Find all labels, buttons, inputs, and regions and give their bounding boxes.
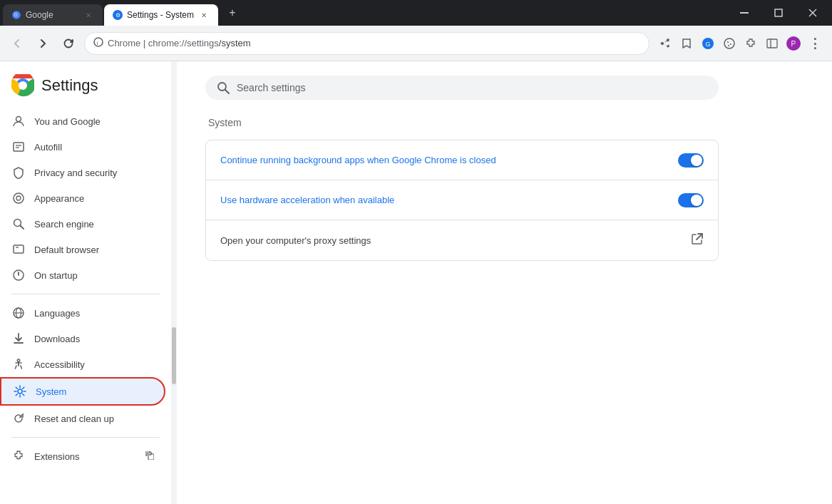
svg-point-26 [16, 196, 21, 200]
sidebar-item-system[interactable]: System [0, 377, 165, 406]
title-bar: G Google ✕ ⚙ Settings - System ✕ + [0, 0, 832, 26]
sidebar-item-search-engine[interactable]: Search engine [0, 211, 165, 237]
bookmark-icon[interactable] [677, 34, 697, 53]
hardware-accel-toggle[interactable] [678, 193, 704, 207]
extensions-icon [11, 449, 26, 463]
restore-button[interactable] [762, 3, 795, 23]
sidebar-item-languages[interactable]: Languages [0, 300, 165, 326]
sidebar-item-you-google[interactable]: You and Google [0, 108, 165, 134]
browser-frame: G Google ✕ ⚙ Settings - System ✕ + [0, 0, 832, 504]
sidebar-item-default-browser[interactable]: Default browser [0, 237, 165, 262]
sidebar-toggle-icon[interactable] [762, 34, 782, 53]
settings-header: Settings [0, 68, 171, 108]
svg-point-39 [18, 389, 22, 394]
new-tab-button[interactable]: + [222, 3, 242, 23]
forward-button[interactable] [33, 34, 53, 53]
background-apps-label[interactable]: Continue running background apps when Go… [220, 155, 678, 165]
svg-text:i: i [97, 40, 98, 46]
sidebar-scrollbar-thumb[interactable] [172, 327, 176, 384]
background-apps-toggle[interactable] [678, 153, 704, 168]
tab-settings[interactable]: ⚙ Settings - System ✕ [104, 4, 218, 26]
chrome-logo [11, 74, 34, 97]
search-bar[interactable] [205, 76, 719, 100]
reload-button[interactable] [58, 34, 78, 53]
sidebar-item-on-startup[interactable]: On startup [0, 262, 165, 288]
sidebar-item-downloads[interactable]: Downloads [0, 326, 165, 351]
appearance-label: Appearance [34, 193, 84, 204]
svg-rect-3 [775, 9, 782, 16]
sidebar-item-extensions[interactable]: Extensions [0, 443, 165, 469]
close-button[interactable] [796, 3, 829, 23]
settings-card: Continue running background apps when Go… [205, 140, 719, 261]
sidebar-item-appearance[interactable]: Appearance [0, 185, 165, 211]
tab-google-close[interactable]: ✕ [83, 9, 94, 21]
back-button[interactable] [7, 34, 27, 53]
system-icon [13, 384, 27, 398]
hardware-accel-label[interactable]: Use hardware acceleration when available [220, 195, 678, 205]
svg-point-11 [727, 41, 729, 43]
svg-point-20 [19, 81, 27, 90]
toggle-thumb-2 [691, 195, 702, 206]
on-startup-label: On startup [34, 270, 78, 281]
settings-favicon: ⚙ [113, 10, 123, 20]
toggle-thumb-1 [691, 155, 702, 166]
svg-text:G: G [706, 41, 711, 48]
address-bar-text: Chrome | chrome://settings/system [108, 38, 251, 48]
section-title: System [205, 117, 803, 128]
extensions-external-icon [145, 451, 154, 462]
svg-text:P: P [791, 40, 796, 48]
svg-point-12 [730, 43, 731, 45]
tab-google-label: Google [26, 10, 78, 20]
svg-text:G: G [14, 12, 18, 17]
svg-point-13 [728, 45, 729, 46]
profile-avatar[interactable]: P [784, 34, 803, 53]
autofill-icon [11, 140, 26, 154]
svg-rect-22 [14, 143, 24, 151]
tab-settings-close[interactable]: ✕ [198, 9, 210, 21]
search-icon [217, 81, 230, 94]
sidebar: Settings You and Google Autofill Privac [0, 61, 171, 504]
languages-label: Languages [34, 308, 80, 319]
appearance-icon [11, 191, 26, 205]
svg-line-42 [697, 234, 702, 240]
extensions-label: Extensions [34, 451, 80, 462]
reset-clean-icon [11, 411, 26, 426]
languages-icon [11, 306, 26, 320]
default-browser-icon [11, 242, 26, 257]
share-icon[interactable] [655, 34, 675, 53]
sidebar-item-autofill[interactable]: Autofill [0, 134, 165, 160]
svg-line-28 [21, 226, 24, 230]
main-content: Settings You and Google Autofill Privac [0, 61, 832, 504]
extension-circle-icon[interactable]: G [698, 34, 718, 53]
search-bar-container [205, 76, 803, 100]
privacy-security-label: Privacy and security [34, 168, 117, 178]
svg-point-25 [14, 193, 24, 203]
svg-line-41 [225, 90, 229, 93]
search-input[interactable] [237, 82, 707, 93]
minimize-button[interactable] [728, 3, 761, 23]
sidebar-item-reset-clean[interactable]: Reset and clean up [0, 406, 165, 431]
svg-rect-14 [767, 39, 777, 48]
privacy-security-icon [11, 165, 26, 180]
cookie-icon[interactable] [719, 34, 739, 53]
svg-point-21 [16, 117, 21, 122]
tab-settings-label: Settings - System [127, 10, 194, 20]
you-google-icon [11, 114, 26, 128]
sidebar-item-privacy-security[interactable]: Privacy and security [0, 160, 165, 185]
sidebar-scrollbar-track [171, 61, 177, 504]
chrome-menu-icon[interactable]: ⋮ [805, 34, 825, 53]
tab-google[interactable]: G Google ✕ [3, 4, 103, 26]
you-google-label: You and Google [34, 116, 101, 127]
extensions-puzzle-icon[interactable] [741, 34, 761, 53]
address-bar[interactable]: i Chrome | chrome://settings/system [84, 32, 649, 55]
svg-rect-29 [14, 245, 24, 253]
reset-clean-label: Reset and clean up [34, 413, 114, 424]
settings-content: System Continue running background apps … [177, 61, 832, 504]
system-label: System [36, 386, 66, 397]
omnibar: i Chrome | chrome://settings/system G [0, 26, 832, 61]
sidebar-item-accessibility[interactable]: Accessibility [0, 351, 165, 377]
proxy-external-link-icon[interactable] [691, 232, 704, 248]
search-engine-icon [11, 217, 26, 231]
search-engine-label: Search engine [34, 219, 94, 230]
settings-title: Settings [41, 76, 98, 95]
